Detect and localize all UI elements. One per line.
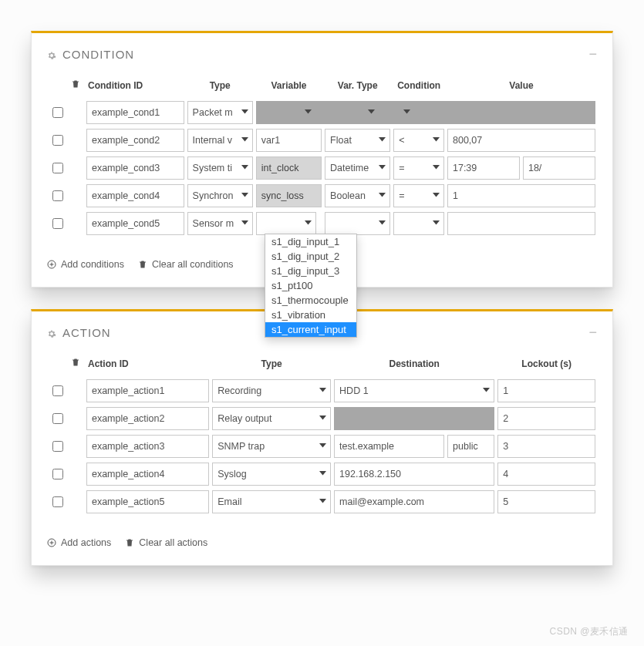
plus-circle-icon (47, 538, 56, 547)
add-actions-link[interactable]: Add actions (47, 537, 111, 548)
destination2-input[interactable] (447, 435, 494, 458)
col-value: Value (446, 75, 597, 99)
dropdown-option[interactable]: s1_dig_input_2 (265, 249, 356, 264)
dropdown-option[interactable]: s1_current_input (265, 322, 356, 337)
condition-select[interactable]: = (393, 184, 444, 207)
variable-input[interactable] (256, 129, 322, 152)
dropdown-option[interactable]: s1_dig_input_3 (265, 264, 356, 278)
condition-select[interactable]: < (393, 129, 444, 152)
add-conditions-link[interactable]: Add conditions (47, 259, 124, 270)
variable-select (256, 101, 316, 124)
action-id-input[interactable] (86, 463, 209, 486)
trash-icon (138, 260, 147, 269)
condition-id-input[interactable] (86, 184, 184, 207)
vartype-select[interactable]: Datetime (325, 156, 390, 180)
type-select[interactable]: Email (212, 490, 331, 513)
variable-dropdown-popup[interactable]: s1_dig_input_1s1_dig_input_2s1_dig_input… (265, 234, 357, 338)
action-id-input[interactable] (86, 379, 209, 402)
row-checkbox[interactable] (52, 385, 63, 396)
row-checkbox[interactable] (52, 496, 63, 507)
action-id-input[interactable] (86, 407, 209, 430)
dropdown-option[interactable]: s1_pt100 (265, 278, 356, 293)
condition-select[interactable]: = (393, 156, 444, 180)
clear-actions-link[interactable]: Clear all actions (125, 537, 207, 548)
value-input[interactable] (447, 184, 595, 207)
trash-icon[interactable] (71, 79, 80, 89)
condition-id-input[interactable] (86, 101, 184, 124)
destination-input[interactable] (334, 490, 494, 513)
table-row: Packet m (47, 99, 597, 126)
table-row: SNMP trap (47, 432, 597, 460)
destination-input (334, 407, 494, 430)
condition-id-input[interactable] (86, 156, 184, 180)
lockout-input[interactable] (497, 463, 595, 486)
lockout-input[interactable] (497, 407, 595, 430)
type-select[interactable]: Internal v (187, 129, 253, 152)
condition-panel: CONDITION − Condition ID (31, 31, 613, 288)
action-panel: ACTION − Action ID Type Des (31, 309, 613, 566)
gear-icon (47, 328, 56, 337)
type-select[interactable]: SNMP trap (212, 435, 331, 458)
destination-input[interactable] (334, 463, 494, 486)
condition-table: Condition ID Type Variable Var. Type Con… (47, 75, 597, 237)
lockout-input[interactable] (497, 435, 595, 458)
destination-select[interactable]: HDD 1 (334, 379, 494, 402)
vartype-select[interactable]: Boolean (325, 184, 390, 207)
variable-select[interactable] (256, 212, 316, 235)
collapse-button[interactable]: − (588, 47, 597, 61)
row-checkbox[interactable] (52, 190, 63, 201)
condition-id-input[interactable] (86, 129, 184, 152)
condition-id-input[interactable] (86, 212, 184, 235)
type-select[interactable]: Packet m (187, 101, 253, 124)
trash-icon (125, 538, 134, 547)
vartype-select[interactable]: Float (325, 129, 390, 152)
dropdown-option[interactable]: s1_dig_input_1 (265, 234, 356, 249)
lockout-input[interactable] (497, 490, 595, 513)
row-checkbox[interactable] (52, 107, 63, 118)
row-checkbox[interactable] (52, 441, 63, 452)
type-select[interactable]: Synchron (187, 184, 253, 207)
value-input[interactable] (447, 212, 595, 235)
col-vartype: Var. Type (323, 75, 392, 99)
col-condition-id: Condition ID (85, 75, 186, 99)
vartype-select (316, 101, 379, 124)
type-select[interactable]: Sensor m (187, 212, 253, 235)
row-checkbox[interactable] (52, 163, 63, 173)
action-id-input[interactable] (86, 490, 209, 513)
destination-input[interactable] (334, 435, 444, 458)
value-input[interactable] (447, 156, 520, 180)
gear-icon (47, 49, 56, 59)
row-checkbox[interactable] (52, 413, 63, 424)
col-type: Type (211, 353, 332, 377)
collapse-button[interactable]: − (588, 325, 597, 339)
type-select[interactable]: System ti (187, 156, 253, 180)
type-select[interactable]: Relay output (212, 407, 331, 430)
col-lockout: Lockout (s) (496, 353, 597, 377)
row-checkbox[interactable] (52, 469, 63, 479)
col-condition: Condition (392, 75, 446, 99)
col-type: Type (186, 75, 255, 99)
table-row: RecordingHDD 1 (47, 377, 597, 405)
col-variable: Variable (255, 75, 323, 99)
condition-select[interactable] (393, 212, 444, 235)
variable-input (256, 156, 322, 180)
value2-input[interactable] (523, 156, 595, 180)
action-id-input[interactable] (86, 435, 209, 458)
row-checkbox[interactable] (52, 218, 63, 229)
dropdown-option[interactable]: s1_vibration (265, 308, 356, 322)
type-select[interactable]: Recording (212, 379, 331, 402)
type-select[interactable]: Syslog (212, 463, 331, 486)
clear-conditions-link[interactable]: Clear all conditions (138, 259, 234, 270)
lockout-input[interactable] (497, 379, 595, 402)
row-checkbox[interactable] (52, 135, 63, 146)
col-action-id: Action ID (85, 353, 211, 377)
table-row: Relay output (47, 405, 597, 432)
plus-circle-icon (47, 260, 56, 269)
value-input[interactable] (447, 129, 595, 152)
vartype-select[interactable] (325, 212, 390, 235)
dropdown-option[interactable]: s1_thermocouple (265, 293, 356, 308)
trash-icon[interactable] (71, 358, 80, 367)
condition-select (379, 101, 415, 124)
table-row: Email (47, 488, 597, 516)
table-row: Internal vFloat< (47, 126, 597, 154)
